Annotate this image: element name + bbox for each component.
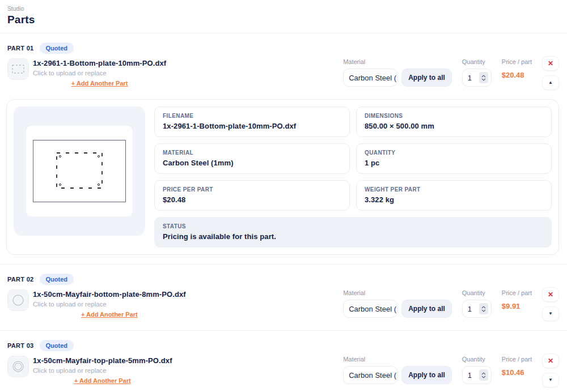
quantity-stepper[interactable] xyxy=(479,369,488,381)
quantity-stepper[interactable] xyxy=(479,72,488,83)
material-field-label: MATERIAL xyxy=(163,150,341,156)
quantity-input[interactable]: 1 xyxy=(462,69,492,87)
dxf-dashed-rect-icon xyxy=(12,65,24,74)
quantity-value[interactable]: 1 xyxy=(468,371,479,380)
close-icon: ✕ xyxy=(548,60,553,67)
price-field-value: $20.48 xyxy=(163,195,341,204)
dimensions-field-value: 850.00 × 500.00 mm xyxy=(365,122,543,130)
part-thumbnail[interactable] xyxy=(7,58,29,80)
quantity-field-value: 1 pc xyxy=(365,159,543,167)
status-badge: Quoted xyxy=(40,274,74,285)
chevron-up-icon xyxy=(481,75,486,78)
quantity-stepper[interactable] xyxy=(479,303,488,314)
filename-field: FILENAME 1x-2961-1-Bottom-plate-10mm-PO.… xyxy=(154,106,350,137)
status-badge: Quoted xyxy=(40,340,74,351)
add-another-part-link[interactable]: + Add Another Part xyxy=(74,377,131,384)
upload-hint[interactable]: Click to upload or replace xyxy=(33,367,172,374)
status-field-label: STATUS xyxy=(163,223,543,229)
chevron-down-icon xyxy=(481,309,486,312)
material-group: Material Carbon Steel (1 Apply to all xyxy=(343,356,452,387)
remove-part-button[interactable]: ✕ xyxy=(542,287,559,302)
quantity-field: QUANTITY 1 pc xyxy=(356,143,552,174)
quantity-input[interactable]: 1 xyxy=(462,300,492,318)
expand-button[interactable]: ▼ xyxy=(542,306,559,321)
apply-to-all-button[interactable]: Apply to all xyxy=(401,300,452,318)
part-filename[interactable]: 1x-50cm-Mayfair-bottom-plate-8mm-PO.dxf xyxy=(33,290,186,299)
breadcrumb: Studio xyxy=(7,6,559,12)
status-badge: Quoted xyxy=(40,42,74,54)
quantity-label: Quantity xyxy=(462,356,492,363)
part-row-1: PART 01 Quoted 1x-2961-1-Bottom-plate-10… xyxy=(0,33,567,90)
dimensions-field-label: DIMENSIONS xyxy=(365,113,543,119)
chevron-up-icon: ▲ xyxy=(548,80,553,85)
add-another-part-link[interactable]: + Add Another Part xyxy=(81,311,138,318)
price-field: PRICE PER PART $20.48 xyxy=(154,180,350,211)
dxf-circle-icon xyxy=(12,294,24,306)
part-detail-panel: FILENAME 1x-2961-1-Bottom-plate-10mm-PO.… xyxy=(6,99,559,255)
quantity-input[interactable]: 1 xyxy=(462,366,492,384)
quantity-group: Quantity 1 xyxy=(462,356,492,387)
price-label: Price / part xyxy=(502,58,532,65)
weight-field-label: WEIGHT PER PART xyxy=(365,186,543,193)
part-filename[interactable]: 1x-50cm-Mayfair-top-plate-5mm-PO.dxf xyxy=(33,356,172,365)
apply-to-all-button[interactable]: Apply to all xyxy=(401,366,452,384)
upload-hint[interactable]: Click to upload or replace xyxy=(33,70,166,76)
part-preview-card xyxy=(26,126,133,216)
quantity-label: Quantity xyxy=(462,289,492,296)
page-title: Parts xyxy=(7,14,559,26)
page-header: Studio Parts xyxy=(0,0,567,33)
material-select[interactable]: Carbon Steel (1 xyxy=(343,69,397,87)
filename-field-label: FILENAME xyxy=(163,113,341,119)
close-icon: ✕ xyxy=(548,291,553,298)
price-label: Price / part xyxy=(502,289,532,296)
dimensions-field: DIMENSIONS 850.00 × 500.00 mm xyxy=(356,106,552,137)
chevron-up-icon xyxy=(481,306,486,309)
quantity-value[interactable]: 1 xyxy=(468,74,479,82)
weight-field-value: 3.322 kg xyxy=(365,195,543,204)
remove-part-button[interactable]: ✕ xyxy=(542,353,559,368)
material-field: MATERIAL Carbon Steel (1mm) xyxy=(154,143,350,174)
upload-hint[interactable]: Click to upload or replace xyxy=(33,301,186,308)
part-thumbnail[interactable] xyxy=(7,289,29,311)
part-index: PART 01 xyxy=(7,45,34,52)
price-field-label: PRICE PER PART xyxy=(163,186,341,193)
add-another-part-link[interactable]: + Add Another Part xyxy=(71,80,128,87)
material-label: Material xyxy=(343,289,452,296)
close-icon: ✕ xyxy=(548,357,553,364)
status-field-value: Pricing is available for this part. xyxy=(163,232,543,241)
material-group: Material Carbon Steel (1 Apply to all xyxy=(343,289,452,321)
material-label: Material xyxy=(343,58,452,65)
price-value: $9.91 xyxy=(502,302,532,310)
price-group: Price / part $20.48 xyxy=(502,58,532,90)
price-group: Price / part $10.46 xyxy=(502,356,532,387)
quantity-group: Quantity 1 xyxy=(462,289,492,321)
dxf-ring-icon xyxy=(12,360,24,373)
apply-to-all-button[interactable]: Apply to all xyxy=(401,69,452,87)
part-index: PART 03 xyxy=(7,342,34,349)
quantity-value[interactable]: 1 xyxy=(468,305,479,313)
filename-field-value: 1x-2961-1-Bottom-plate-10mm-PO.dxf xyxy=(163,122,341,130)
status-field: STATUS Pricing is available for this par… xyxy=(154,217,552,248)
part-thumbnail[interactable] xyxy=(7,356,29,377)
weight-field: WEIGHT PER PART 3.322 kg xyxy=(356,180,552,211)
chevron-down-icon: ▼ xyxy=(548,312,553,316)
chevron-down-icon: ▼ xyxy=(548,378,553,382)
part-row-3: PART 03 Quoted 1x-50cm-Mayfair-top-plate… xyxy=(0,331,567,387)
collapse-button[interactable]: ▲ xyxy=(542,75,559,90)
chevron-down-icon xyxy=(481,78,486,81)
material-select[interactable]: Carbon Steel (1 xyxy=(343,300,397,318)
chevron-down-icon xyxy=(481,376,486,378)
material-group: Material Carbon Steel (1 Apply to all xyxy=(343,58,452,90)
material-field-value: Carbon Steel (1mm) xyxy=(163,159,341,167)
quantity-label: Quantity xyxy=(462,58,492,65)
part-preview xyxy=(14,106,145,236)
quantity-field-label: QUANTITY xyxy=(365,150,543,156)
part-filename[interactable]: 1x-2961-1-Bottom-plate-10mm-PO.dxf xyxy=(33,59,166,67)
material-label: Material xyxy=(343,356,452,363)
expand-button[interactable]: ▼ xyxy=(542,373,559,387)
chevron-up-icon xyxy=(481,372,486,375)
remove-part-button[interactable]: ✕ xyxy=(542,56,559,71)
part-row-2: PART 02 Quoted 1x-50cm-Mayfair-bottom-pl… xyxy=(0,265,567,321)
material-select[interactable]: Carbon Steel (1 xyxy=(343,366,397,384)
price-group: Price / part $9.91 xyxy=(502,289,532,321)
